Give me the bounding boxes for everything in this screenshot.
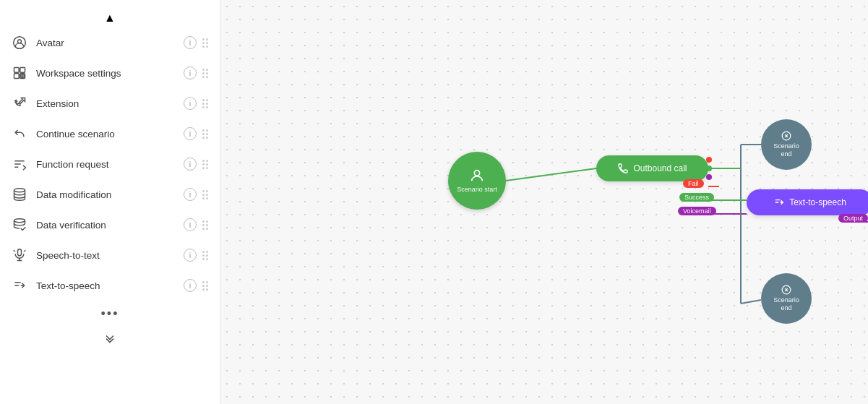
drag-handle-avatar[interactable]: [202, 38, 208, 48]
sidebar-item-continue-scenario[interactable]: Continue scenario i: [0, 119, 220, 149]
badge-success: Success: [679, 193, 714, 202]
text-to-speech-label: Text-to-speech: [789, 197, 846, 207]
drag-handle-workspace-settings[interactable]: [202, 69, 208, 78]
info-icon-extension[interactable]: i: [184, 97, 197, 110]
info-icon-continue-scenario[interactable]: i: [184, 127, 197, 140]
sidebar-label-avatar: Avatar: [36, 38, 184, 48]
drag-handle-data-verification[interactable]: [202, 220, 208, 230]
speech-to-text-icon: [12, 247, 27, 263]
sidebar-collapse-button[interactable]: ▲: [0, 6, 220, 27]
sidebar-item-data-verification[interactable]: Data verification i: [0, 210, 220, 240]
svg-rect-7: [18, 249, 22, 256]
info-icon-data-modification[interactable]: i: [184, 188, 197, 201]
info-icon-workspace-settings[interactable]: i: [184, 66, 197, 79]
text-to-speech-icon: [12, 278, 27, 293]
info-icon-data-verification[interactable]: i: [184, 218, 197, 231]
drag-handle-continue-scenario[interactable]: [202, 129, 208, 139]
sidebar-item-text-to-speech[interactable]: Text-to-speech i: [0, 270, 220, 301]
info-icon-avatar[interactable]: i: [184, 36, 197, 49]
outbound-call-label: Outbound call: [633, 163, 687, 173]
sidebar-label-function-request: Function request: [36, 159, 184, 170]
node-outbound-call[interactable]: Outbound call: [596, 155, 708, 181]
scenario-end-bottom-label: Scenarioend: [773, 296, 799, 312]
badge-fail: Fail: [683, 179, 704, 188]
sidebar-label-continue-scenario: Continue scenario: [36, 129, 184, 139]
sidebar-item-avatar[interactable]: Avatar i: [0, 27, 220, 58]
svg-point-5: [14, 189, 25, 192]
node-scenario-end-top[interactable]: Scenarioend: [761, 119, 812, 170]
sidebar-expand-button[interactable]: [0, 327, 220, 351]
drag-handle-function-request[interactable]: [202, 160, 208, 169]
scenario-start-label: Scenario start: [457, 186, 497, 194]
svg-line-8: [506, 168, 596, 181]
node-scenario-end-bottom[interactable]: Scenarioend: [761, 273, 812, 324]
data-modification-icon: [12, 186, 27, 202]
sidebar: ▲ Avatar i Workspace settings: [0, 0, 220, 404]
svg-point-6: [14, 219, 25, 223]
sidebar-label-speech-to-text: Speech-to-text: [36, 250, 184, 261]
svg-rect-0: [14, 68, 20, 73]
sidebar-item-workspace-settings[interactable]: Workspace settings i: [0, 58, 220, 88]
data-verification-icon: [12, 217, 27, 233]
svg-line-17: [741, 300, 761, 304]
info-icon-speech-to-text[interactable]: i: [184, 249, 197, 262]
scenario-end-top-label: Scenarioend: [773, 142, 799, 158]
workspace-settings-icon: [12, 65, 27, 81]
sidebar-label-data-modification: Data modification: [36, 189, 184, 200]
drag-handle-text-to-speech[interactable]: [202, 281, 208, 291]
svg-point-19: [474, 171, 479, 176]
node-scenario-start[interactable]: Scenario start: [448, 152, 506, 210]
node-text-to-speech[interactable]: Text-to-speech: [747, 189, 868, 215]
flow-canvas[interactable]: Scenario start Outbound call Fail Succes…: [220, 0, 868, 404]
sidebar-item-extension[interactable]: Extension i: [0, 88, 220, 119]
continue-scenario-icon: [12, 126, 27, 142]
svg-rect-2: [14, 74, 20, 79]
badge-voicemail: Voicemail: [678, 207, 716, 215]
extension-icon: [12, 95, 27, 111]
drag-handle-data-modification[interactable]: [202, 190, 208, 199]
sidebar-label-data-verification: Data verification: [36, 220, 184, 231]
info-icon-function-request[interactable]: i: [184, 158, 197, 171]
sidebar-label-extension: Extension: [36, 98, 184, 109]
info-icon-text-to-speech[interactable]: i: [184, 279, 197, 292]
avatar-icon: [12, 35, 27, 51]
svg-rect-1: [20, 68, 25, 73]
badge-output: Output: [838, 214, 868, 223]
sidebar-item-data-modification[interactable]: Data modification i: [0, 179, 220, 210]
drag-handle-extension[interactable]: [202, 99, 208, 108]
function-request-icon: [12, 156, 27, 172]
collapse-icon: ▲: [104, 12, 116, 25]
sidebar-item-function-request[interactable]: Function request i: [0, 149, 220, 179]
sidebar-item-speech-to-text[interactable]: Speech-to-text i: [0, 240, 220, 270]
sidebar-label-workspace-settings: Workspace settings: [36, 68, 184, 79]
more-items-indicator: •••: [0, 301, 220, 327]
drag-handle-speech-to-text[interactable]: [202, 251, 208, 260]
sidebar-label-text-to-speech: Text-to-speech: [36, 280, 184, 291]
